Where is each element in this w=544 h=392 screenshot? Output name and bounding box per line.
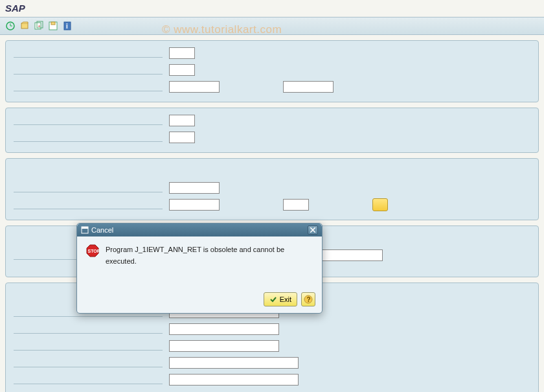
svg-text:?: ? <box>307 296 311 303</box>
variant-attributes-icon[interactable]: + <box>32 19 45 32</box>
dialog-footer: Exit ? <box>77 288 322 313</box>
get-variant-icon[interactable] <box>18 19 31 32</box>
dialog-title-text: Cancel <box>91 226 113 234</box>
dialog-window-icon <box>81 226 89 234</box>
input-field[interactable] <box>169 199 220 211</box>
field-label <box>14 133 163 142</box>
check-icon <box>269 295 277 303</box>
field-label <box>14 116 163 125</box>
dialog-body: STOP Program J_1IEWT_ANN_RET is obsolete… <box>77 236 322 288</box>
input-field[interactable] <box>169 323 279 335</box>
input-field[interactable] <box>283 81 334 93</box>
panel-2 <box>5 108 539 153</box>
execute-icon[interactable] <box>4 19 17 32</box>
multiple-selection-button[interactable] <box>372 198 388 211</box>
cancel-dialog: Cancel STOP Program J_1IEWT_ANN_RET is o… <box>76 223 323 314</box>
title-bar: SAP <box>0 0 544 17</box>
input-field[interactable] <box>169 340 279 352</box>
info-icon[interactable]: i <box>61 19 74 32</box>
input-field[interactable] <box>169 374 299 386</box>
svg-rect-8 <box>51 22 55 25</box>
panel-1 <box>5 40 539 102</box>
toolbar: + i <box>0 17 544 35</box>
dialog-titlebar: Cancel <box>77 224 322 236</box>
exit-button[interactable]: Exit <box>264 292 297 306</box>
svg-text:i: i <box>66 23 68 30</box>
input-field[interactable] <box>283 199 309 211</box>
field-label <box>14 358 163 367</box>
field-label <box>14 325 163 334</box>
input-field[interactable] <box>169 64 195 76</box>
stop-icon: STOP <box>86 244 99 283</box>
exit-button-label: Exit <box>280 295 291 303</box>
svg-text:STOP: STOP <box>88 249 100 253</box>
panel-3 <box>5 158 539 220</box>
input-field[interactable] <box>169 357 299 369</box>
help-icon: ? <box>304 295 313 304</box>
field-label <box>14 375 163 384</box>
field-label <box>14 341 163 351</box>
field-label <box>14 200 163 209</box>
close-icon[interactable] <box>308 225 318 235</box>
save-variant-icon[interactable] <box>47 19 60 32</box>
input-field[interactable] <box>169 182 220 194</box>
input-field[interactable] <box>169 81 220 93</box>
field-label <box>14 82 163 91</box>
input-field[interactable] <box>318 249 383 261</box>
field-label <box>14 65 163 75</box>
content-area <box>0 35 544 392</box>
help-button[interactable]: ? <box>301 292 315 306</box>
svg-rect-3 <box>21 23 28 29</box>
dialog-message: Program J_1IEWT_ANN_RET is obsolete and … <box>106 244 313 283</box>
field-label <box>14 49 163 58</box>
svg-rect-12 <box>82 227 88 229</box>
input-field[interactable] <box>169 132 195 143</box>
input-field[interactable] <box>169 115 195 126</box>
field-label <box>14 183 163 192</box>
svg-text:+: + <box>38 23 41 29</box>
input-field[interactable] <box>169 47 195 59</box>
app-title: SAP <box>5 3 25 14</box>
